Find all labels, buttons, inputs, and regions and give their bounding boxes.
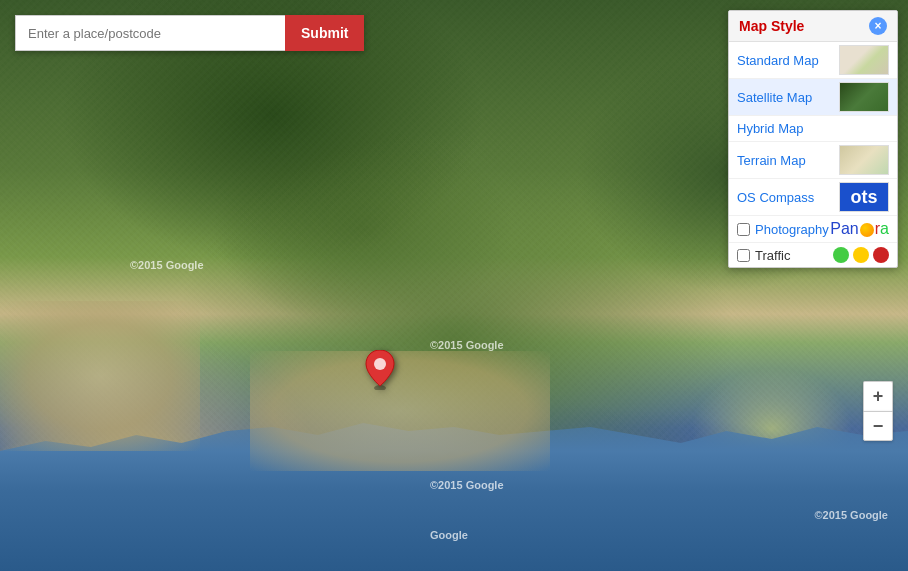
style-label-standard: Standard Map [737,53,839,68]
google-watermark-2: ©2015 Google [430,339,504,351]
overlay-traffic-row: Traffic [729,243,897,267]
traffic-light-yellow [853,247,869,263]
traffic-lights [833,247,889,263]
style-thumb-satellite [839,82,889,112]
style-option-os-compass[interactable]: OS Compass ots [729,179,897,216]
panel-close-button[interactable]: × [869,17,887,35]
google-watermark-4: Google [430,529,468,541]
google-watermark-1: ©2015 Google [130,259,204,271]
map-pin[interactable] [365,350,395,394]
style-label-os-compass: OS Compass [737,190,839,205]
map-urban-center [250,351,550,471]
style-label-satellite: Satellite Map [737,90,839,105]
style-option-hybrid[interactable]: Hybrid Map [729,116,897,142]
search-bar: Submit [15,15,364,51]
os-text: ots [851,187,878,208]
traffic-label[interactable]: Traffic [755,248,833,263]
svg-point-1 [374,358,386,370]
zoom-out-button[interactable]: − [863,411,893,441]
map-urban-area [0,301,200,451]
map-container[interactable]: ©2015 Google ©2015 Google ©2015 Google G… [0,0,908,571]
zoom-controls: + − [863,381,893,441]
photography-label[interactable]: Photography [755,222,830,237]
panel-header: Map Style × [729,11,897,42]
photography-checkbox[interactable] [737,223,750,236]
style-thumb-standard [839,45,889,75]
style-option-satellite[interactable]: Satellite Map [729,79,897,116]
panel-title: Map Style [739,18,804,34]
style-label-terrain: Terrain Map [737,153,839,168]
style-option-terrain[interactable]: Terrain Map [729,142,897,179]
submit-button[interactable]: Submit [285,15,364,51]
traffic-light-red [873,247,889,263]
google-watermark-5: ©2015 Google [814,509,888,521]
style-option-standard[interactable]: Standard Map [729,42,897,79]
style-thumb-terrain [839,145,889,175]
panoramio-logo: Panra [830,220,889,238]
overlay-photography-row: Photography Panra [729,216,897,243]
style-label-hybrid: Hybrid Map [737,121,889,136]
map-style-panel: Map Style × Standard Map Satellite Map H… [728,10,898,268]
zoom-in-button[interactable]: + [863,381,893,411]
traffic-checkbox[interactable] [737,249,750,262]
style-thumb-os: ots [839,182,889,212]
google-watermark-3: ©2015 Google [430,479,504,491]
search-input[interactable] [15,15,285,51]
traffic-light-green [833,247,849,263]
